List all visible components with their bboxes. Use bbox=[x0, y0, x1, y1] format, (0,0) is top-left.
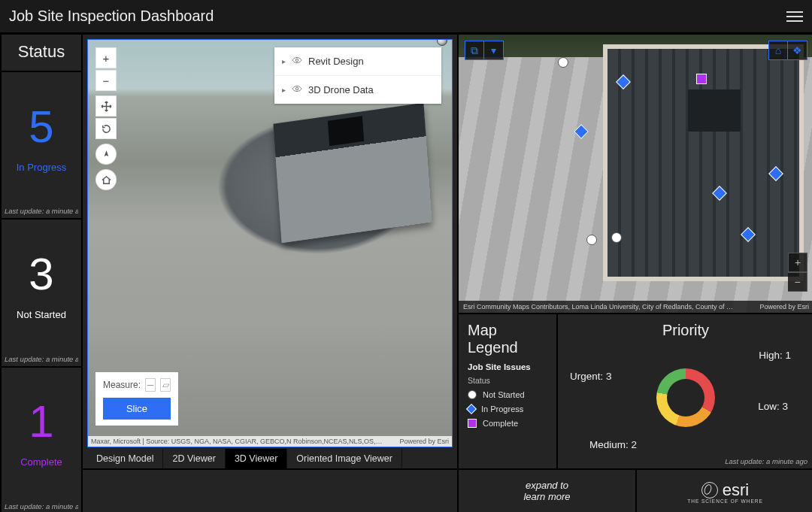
layer-row[interactable]: ▸ Revit Design bbox=[274, 47, 441, 76]
building-model bbox=[273, 103, 432, 244]
chart-label-urgent: Urgent: 3 bbox=[570, 371, 612, 382]
diamond-icon bbox=[466, 404, 477, 414]
zoom-out-button[interactable]: − bbox=[95, 70, 117, 91]
legend-panel: Map Legend Job Site Issues Status Not St… bbox=[459, 314, 556, 468]
layer-row[interactable]: ▸ 3D Drone Data bbox=[274, 76, 441, 104]
viewer-panel: + − ▸ Revit Design ▸ 3D Drone Data bbox=[83, 35, 457, 468]
status-value: 1 bbox=[29, 399, 53, 444]
priority-title: Priority bbox=[567, 322, 804, 339]
legend-item: Complete bbox=[468, 419, 547, 428]
measure-label: Measure: bbox=[103, 380, 141, 390]
chart-label-high: High: 1 bbox=[759, 350, 791, 361]
status-label: Complete bbox=[20, 456, 62, 468]
measure-area-button[interactable]: ▱ bbox=[160, 378, 171, 392]
status-update: Last update: a minute ago bbox=[5, 355, 78, 363]
legend-item: Not Started bbox=[468, 390, 547, 399]
status-card-in-progress[interactable]: 5 In Progress Last update: a minute ago bbox=[2, 72, 81, 218]
compass-button[interactable] bbox=[95, 144, 117, 165]
slice-button[interactable]: Slice bbox=[103, 398, 171, 420]
svg-point-1 bbox=[295, 87, 298, 90]
map-tools-left: ⧉ ▾ bbox=[465, 41, 504, 60]
rotate-button[interactable] bbox=[95, 118, 117, 139]
map-zoom-in-button[interactable]: + bbox=[788, 253, 807, 272]
map-attribution-powered: Powered by Esri bbox=[759, 303, 809, 311]
tab-oriented-image[interactable]: Oriented Image Viewer bbox=[287, 449, 402, 468]
status-column: Status 5 In Progress Last update: a minu… bbox=[2, 35, 81, 512]
basemap-button[interactable]: ❖ bbox=[788, 41, 807, 60]
select-dropdown-button[interactable]: ▾ bbox=[484, 41, 504, 60]
square-icon bbox=[468, 419, 477, 428]
zoom-in-button[interactable]: + bbox=[95, 47, 117, 68]
status-card-not-started[interactable]: 3 Not Started Last update: a minute ago bbox=[2, 220, 81, 365]
status-value: 3 bbox=[29, 252, 53, 297]
measure-widget: Measure: ─ ▱ Slice bbox=[95, 372, 178, 426]
priority-panel: Priority Urgent: 3 High: 1 Low: 3 Medium… bbox=[558, 314, 812, 468]
attribution-text: Maxar, Microsoft | Source: USGS, NGA, NA… bbox=[91, 438, 382, 445]
top-bar: Job Site Inspection Dashboard bbox=[0, 0, 812, 33]
scene-3d[interactable]: + − ▸ Revit Design ▸ 3D Drone Data bbox=[87, 39, 453, 447]
legend-group: Job Site Issues bbox=[468, 362, 547, 371]
viewer-tabs: Design Model 2D Viewer 3D Viewer Oriente… bbox=[87, 449, 453, 468]
home-button[interactable] bbox=[95, 169, 117, 190]
chart-label-medium: Medium: 2 bbox=[589, 439, 637, 450]
nav-toolbar: + − bbox=[95, 47, 117, 190]
map-zoom-out-button[interactable]: − bbox=[788, 272, 807, 292]
layer-panel: ▸ Revit Design ▸ 3D Drone Data bbox=[274, 47, 441, 104]
attribution-powered: Powered by Esri bbox=[399, 438, 449, 445]
legend-item: In Progress bbox=[468, 404, 547, 414]
legend-category: Status bbox=[468, 376, 547, 385]
expand-icon[interactable]: ▸ bbox=[282, 86, 286, 94]
expand-icon[interactable]: ▸ bbox=[282, 57, 286, 65]
map-attribution: Esri Community Maps Contributors, Loma L… bbox=[459, 301, 812, 313]
legend-title: Map Legend bbox=[468, 322, 547, 356]
priority-update: Last update: a minute ago bbox=[725, 457, 807, 465]
status-update: Last update: a minute ago bbox=[5, 502, 78, 510]
select-tool-button[interactable]: ⧉ bbox=[465, 41, 484, 60]
page-title: Job Site Inspection Dashboard bbox=[9, 8, 214, 25]
status-label: In Progress bbox=[17, 162, 66, 173]
status-heading: Status bbox=[2, 35, 81, 71]
map-marker-circle[interactable] bbox=[611, 232, 622, 243]
status-card-complete[interactable]: 1 Complete Last update: a minute ago bbox=[2, 368, 81, 512]
donut-icon bbox=[656, 368, 715, 427]
layer-label: Revit Design bbox=[308, 56, 364, 67]
map-tools-right: ⌂ ❖ bbox=[768, 41, 807, 60]
visibility-icon[interactable] bbox=[292, 83, 302, 96]
scene-attribution: Maxar, Microsoft | Source: USGS, NGA, NA… bbox=[88, 436, 452, 447]
status-value: 5 bbox=[29, 105, 53, 150]
tab-2d-viewer[interactable]: 2D Viewer bbox=[163, 449, 225, 468]
pan-button[interactable] bbox=[95, 95, 117, 117]
map-attribution-text: Esri Community Maps Contributors, Loma L… bbox=[463, 303, 733, 311]
visibility-icon[interactable] bbox=[292, 55, 302, 68]
chart-label-low: Low: 3 bbox=[758, 401, 788, 412]
map-marker-square[interactable] bbox=[696, 74, 707, 84]
map-panel[interactable]: ⧉ ▾ ⌂ ❖ + − Esri Community Maps Contribu… bbox=[459, 35, 812, 313]
viewer-spacer bbox=[83, 470, 457, 512]
expand-button[interactable]: expand to learn more bbox=[459, 470, 635, 512]
map-zoom: + − bbox=[788, 253, 807, 292]
esri-logo[interactable]: esri THE SCIENCE OF WHERE bbox=[637, 470, 812, 512]
status-update: Last update: a minute ago bbox=[5, 207, 78, 215]
tab-design-model[interactable]: Design Model bbox=[87, 449, 163, 468]
map-marker-circle[interactable] bbox=[558, 57, 568, 68]
map-home-button[interactable]: ⌂ bbox=[768, 41, 788, 60]
measure-line-button[interactable]: ─ bbox=[145, 378, 156, 392]
layer-label: 3D Drone Data bbox=[308, 84, 374, 95]
priority-chart: Urgent: 3 High: 1 Low: 3 Medium: 2 bbox=[567, 345, 804, 450]
status-label: Not Started bbox=[17, 309, 66, 320]
tab-3d-viewer[interactable]: 3D Viewer bbox=[226, 449, 287, 468]
menu-icon[interactable] bbox=[786, 8, 803, 25]
globe-icon bbox=[701, 482, 718, 498]
circle-icon bbox=[468, 390, 477, 399]
svg-point-0 bbox=[295, 59, 298, 62]
panel-pin-icon[interactable] bbox=[437, 39, 447, 46]
